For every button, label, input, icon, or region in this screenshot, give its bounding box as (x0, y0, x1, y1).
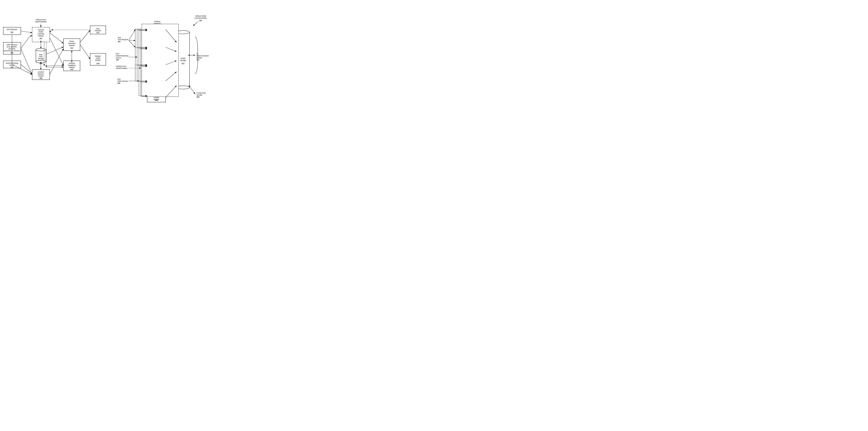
dashed-ui-attr2 (50, 30, 52, 32)
location-detector-label1: Location (38, 71, 44, 73)
arrow-gps-rs (129, 29, 135, 40)
amlm-label2: Learning Module (194, 17, 207, 19)
line-sensors-1 (21, 37, 29, 49)
arrow-amlm-label (193, 22, 198, 26)
map-data-label1: Map (39, 54, 42, 56)
gps-receiver-box (3, 27, 21, 35)
user-interface-label2: Interface (95, 30, 101, 31)
gps-receiver-label: GPS Receiver (7, 29, 17, 30)
attr-model-number: 107 (39, 37, 42, 39)
from-dr-label2: Dead-Reckoning (116, 55, 128, 57)
to-rg-label3: Module (196, 57, 202, 59)
attr-weighting-label1: Attribute (69, 62, 75, 64)
arrow-attr-aw (50, 38, 63, 65)
user-interface-label1: User (96, 28, 99, 29)
modelers-bounding-box (142, 24, 179, 97)
map-data-update-number: 209 (155, 99, 158, 101)
model-storage-label1: Model (181, 57, 185, 59)
arrow-sensors-attr (29, 35, 32, 37)
from-os-label2: Other Sensors (117, 80, 128, 82)
arrow-gps-fr (129, 40, 135, 47)
attr-weighting-label3: Module (69, 66, 74, 68)
attr-weighting-label2: Weighting (68, 64, 75, 66)
arrow-gps-loc (12, 64, 32, 74)
dead-reckoning-number: 103 (10, 66, 13, 68)
location-detector-label2: Detector (38, 73, 44, 75)
opt-user-label1: Optional User (116, 65, 126, 67)
from-gps-label2: GPS Receiver (118, 39, 128, 40)
display-audio-number: 115 (96, 63, 99, 64)
location-detector-number: 105 (39, 77, 42, 79)
from-dr-label1: from (116, 53, 119, 55)
line-os-loc (21, 49, 32, 74)
attr-model-label3: Learning (37, 33, 44, 35)
route-generator-number: 111 (70, 47, 73, 49)
from-dr-label3: Sensor (116, 57, 121, 59)
from-gps-number: 101 (118, 41, 121, 42)
attr-model-label1: Attribute (38, 29, 44, 31)
route-generator-label3: Module (69, 44, 74, 47)
from-os-number: 102 (117, 82, 120, 84)
from-gps-label1: from (118, 37, 121, 38)
to-mds-label1: to Map Data (196, 92, 206, 94)
display-audio-label2: Audio (96, 57, 100, 59)
arrow-route-display (80, 44, 90, 59)
arrow-dr-loc (21, 64, 32, 73)
attr-model-label2: Model (39, 31, 43, 33)
arrow-ms-mds (189, 87, 195, 94)
map-data-label3: Storage (38, 58, 44, 60)
map-data-label2: Data (39, 56, 42, 58)
route-generator-label1: Route (69, 40, 74, 42)
map-data-top (36, 49, 46, 51)
attr-weighting-number: 113 (70, 68, 73, 70)
attr-model-label4: Module (38, 35, 43, 37)
route-generator-label2: Generator (68, 42, 75, 44)
from-os-label1: from (117, 78, 121, 80)
display-audio-label1: Display/ (95, 55, 101, 57)
amlm-number: 107 (199, 20, 202, 22)
to-mds-label2: Storage (196, 94, 203, 96)
user-interface-number: 117 (96, 32, 99, 33)
model-storage-label2: Storage (180, 59, 186, 61)
amlm-label1: Attribute Model (195, 15, 206, 17)
model-storage-number: 211 (182, 63, 184, 64)
opt-user-label2: Input/Feedback (116, 67, 127, 69)
to-mds-number: 109 (196, 96, 199, 98)
location-detector-label3: Module (38, 75, 43, 77)
to-rg-label2: Route Generator (196, 55, 209, 57)
arrow-loc-route (50, 49, 63, 74)
optional-user-label1: Optional User (36, 19, 46, 21)
diagram-container: GPS Receiver 101 Other Sensors (e.g. wea… (0, 0, 217, 107)
attr-modelers-label1: Attribute (154, 21, 160, 23)
display-audio-label3: Module (95, 59, 101, 61)
arrow-gps-attr (21, 31, 32, 33)
optional-user-label2: Input/Feedback (35, 21, 47, 23)
arrow-route-ui (80, 30, 90, 42)
gps-receiver-number: 101 (10, 31, 13, 33)
from-dr-number: 103 (116, 59, 119, 61)
